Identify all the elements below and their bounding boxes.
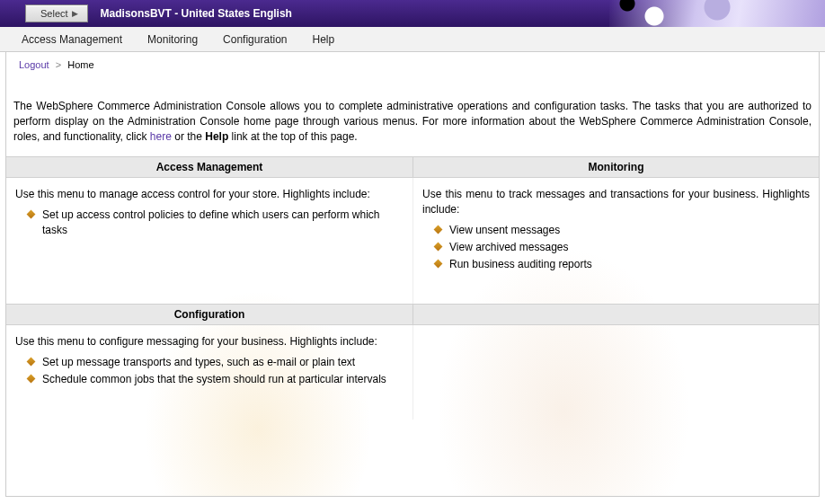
breadcrumb-current: Home xyxy=(67,59,93,70)
menu-access-management[interactable]: Access Management xyxy=(22,33,122,46)
panel-body-empty xyxy=(412,325,819,419)
site-title: MadisonsBVT - United States English xyxy=(101,7,292,20)
breadcrumb-logout-link[interactable]: Logout xyxy=(19,59,49,70)
list-item: View archived messages xyxy=(449,240,810,255)
list-item: Run business auditing reports xyxy=(449,257,810,272)
panel-list-config: Set up message transports and types, suc… xyxy=(15,355,404,387)
menu-bar: Access Management Monitoring Configurati… xyxy=(0,27,825,52)
panel-head-monitoring: Monitoring xyxy=(412,156,819,178)
intro-part2: or the xyxy=(172,130,205,143)
list-item: Set up message transports and types, suc… xyxy=(42,355,404,370)
list-item: View unsent messages xyxy=(449,223,810,238)
menu-monitoring[interactable]: Monitoring xyxy=(147,33,198,46)
panel-body-access: Use this menu to manage access control f… xyxy=(6,178,412,304)
intro-text: The WebSphere Commerce Administration Co… xyxy=(6,77,819,156)
intro-help-word: Help xyxy=(205,130,228,143)
breadcrumb-separator: > xyxy=(56,59,61,70)
breadcrumb: Logout > Home xyxy=(6,52,819,77)
panel-head-access: Access Management xyxy=(6,156,412,178)
header-decoration xyxy=(609,0,825,27)
panel-head-config: Configuration xyxy=(6,304,412,325)
intro-part1: The WebSphere Commerce Administration Co… xyxy=(13,100,812,143)
select-button[interactable]: Select ▶ xyxy=(25,4,88,22)
menu-configuration[interactable]: Configuration xyxy=(223,33,287,46)
panels-grid: Access Management Monitoring Use this me… xyxy=(6,156,819,419)
list-item: Schedule common jobs that the system sho… xyxy=(42,372,404,387)
intro-here-link[interactable]: here xyxy=(150,130,172,143)
panel-desc-config: Use this menu to configure messaging for… xyxy=(15,335,377,348)
chevron-right-icon: ▶ xyxy=(72,9,78,18)
panel-list-access: Set up access control policies to define… xyxy=(15,208,404,238)
select-button-label: Select xyxy=(40,8,68,19)
panel-list-monitoring: View unsent messages View archived messa… xyxy=(422,223,810,271)
intro-part3: link at the top of this page. xyxy=(228,130,357,143)
panel-desc-access: Use this menu to manage access control f… xyxy=(15,188,370,200)
panel-body-monitoring: Use this menu to track messages and tran… xyxy=(412,178,819,304)
top-bar: Select ▶ MadisonsBVT - United States Eng… xyxy=(0,0,825,27)
panel-head-empty xyxy=(412,304,819,325)
panel-desc-monitoring: Use this menu to track messages and tran… xyxy=(422,188,810,216)
menu-help[interactable]: Help xyxy=(312,33,334,46)
list-item: Set up access control policies to define… xyxy=(42,208,404,238)
content-area: Logout > Home The WebSphere Commerce Adm… xyxy=(5,52,820,497)
panel-body-config: Use this menu to configure messaging for… xyxy=(6,325,412,419)
